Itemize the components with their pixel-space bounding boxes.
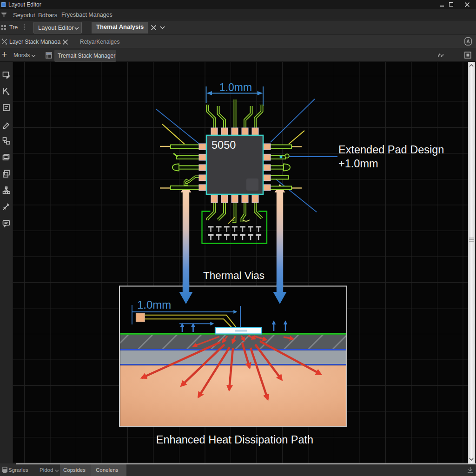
svg-text:Extended Pad Design: Extended Pad Design (338, 144, 444, 156)
svg-text:Enhanced Heat Dissipation Path: Enhanced Heat Dissipation Path (156, 434, 313, 446)
svg-text:5050: 5050 (212, 139, 236, 151)
svg-text:1.0mm: 1.0mm (137, 298, 171, 311)
svg-text:Thermal Vias: Thermal Vias (203, 270, 264, 281)
svg-text:1.0mm: 1.0mm (219, 81, 252, 93)
svg-text:+1.0mm: +1.0mm (338, 158, 378, 170)
